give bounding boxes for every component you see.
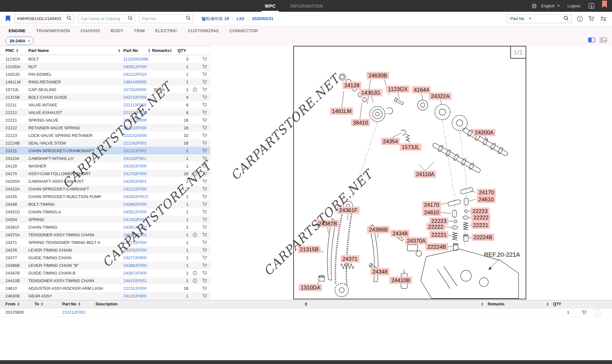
diagram-part-label[interactable]: 24128	[342, 82, 361, 89]
part-no-link[interactable]: 241222F010	[123, 72, 153, 77]
info-icon[interactable]	[190, 271, 199, 275]
language-selector[interactable]: English	[541, 4, 560, 8]
add-to-cart-button[interactable]	[199, 80, 210, 84]
nav-tab-transmission[interactable]: TRANSMISSION	[36, 25, 70, 36]
cart-icon[interactable]	[588, 16, 595, 22]
col-pnc[interactable]: PNC	[5, 48, 28, 53]
tab-wpc[interactable]: WPC	[265, 0, 276, 12]
part-no-link[interactable]: 222222F000	[123, 125, 153, 130]
diagram-part-label[interactable]: 24370A	[405, 237, 428, 245]
diagram-part-label[interactable]: 24630B	[367, 72, 389, 79]
table-row[interactable]: 24371SPRING-TENSIONER TIMING BELT A24371…	[0, 239, 210, 246]
sort-icon[interactable]	[18, 303, 19, 306]
info-icon[interactable]	[190, 278, 199, 283]
table-row[interactable]: 24110ACAMSHAFT-INTAKE,LH241102F6011	[0, 154, 210, 162]
table-row[interactable]: 1573JLCAP-SEALING157342000020mm1	[0, 86, 210, 93]
diagram-part-label[interactable]: 24170	[477, 189, 496, 196]
table-row[interactable]: 24387BGUIDE-TIMING CHAIN B243872F0001	[0, 269, 210, 277]
part-no-link[interactable]: 243762F000	[123, 248, 153, 253]
diagram-part-label[interactable]: 22222	[426, 223, 445, 231]
diagram-part-label[interactable]: 24348	[370, 268, 389, 275]
part-no-link[interactable]: 243912F000	[123, 64, 153, 69]
add-to-cart-button[interactable]	[199, 95, 210, 100]
nav-tab-connector[interactable]: CONNECTOR	[229, 25, 258, 36]
add-to-cart-button[interactable]	[199, 72, 210, 77]
history-row[interactable]: 20170830 231212F001 1	[0, 308, 612, 317]
table-row[interactable]: 22212VALVE-EXHAUST222122F1008	[0, 109, 210, 116]
add-to-cart-button[interactable]	[199, 202, 210, 207]
diagram-part-label[interactable]: 1573JL	[400, 144, 421, 151]
add-to-cart-button[interactable]	[199, 87, 210, 92]
diagram-part-label[interactable]: 24322A	[429, 93, 452, 100]
table-row[interactable]: 24376LEVER-TIMING CHAIN243762F0001	[0, 246, 210, 254]
table-row[interactable]: 24322ACHAIN SPROCKET-CAMSHAFT243222F0001	[0, 185, 210, 193]
table-row[interactable]: 24354SPRING241302F0101	[0, 216, 210, 223]
table-row[interactable]: 23121CHAIN SPROCKET-CRANKSHAFT231212F001…	[0, 147, 210, 154]
col-remarks[interactable]: Remarks	[152, 48, 178, 53]
diagram-part-label[interactable]: 22222	[471, 214, 490, 221]
diagram-part-label[interactable]: 24610	[422, 209, 441, 216]
diagram-part-label[interactable]: 38410	[351, 119, 370, 126]
part-no-link[interactable]: 1573420000	[123, 87, 153, 92]
quick-search-input[interactable]	[535, 16, 564, 21]
table-row[interactable]: 24335CHAIN SPROCKET-INJECTION PUMP243352…	[0, 193, 210, 200]
part-no-link[interactable]: 241302F010	[123, 217, 153, 222]
part-no-link[interactable]: 222312F000	[123, 286, 153, 291]
sort-icon[interactable]	[16, 49, 18, 52]
add-to-cart-button[interactable]	[199, 110, 210, 115]
row-checkbox[interactable]	[594, 309, 601, 315]
part-no-link[interactable]: 243612F000	[123, 225, 153, 230]
add-to-cart-button[interactable]	[199, 271, 210, 275]
add-to-cart-button[interactable]	[199, 125, 210, 130]
add-to-cart-button[interactable]	[199, 179, 210, 184]
add-to-cart-button[interactable]	[199, 210, 210, 214]
part-no-link[interactable]: 243882F000	[123, 202, 153, 207]
part-no-link[interactable]: 241502F000	[123, 164, 153, 168]
col-part-no[interactable]: Part No	[123, 48, 153, 53]
col-to[interactable]: To	[34, 302, 62, 306]
table-row[interactable]: 24361FCHAIN-TIMING243612F0001	[0, 223, 210, 231]
table-row[interactable]: 24610ADJUSTER ASSY-ROCKER ARM LASH222312…	[0, 284, 210, 292]
search-icon[interactable]	[128, 16, 133, 22]
col-description[interactable]: Description	[96, 302, 488, 306]
diagram-part-label[interactable]: 22221	[429, 231, 448, 239]
add-to-cart-button[interactable]	[199, 171, 210, 176]
table-row[interactable]: 1310DANUT243912F0001	[0, 63, 210, 70]
tab-information[interactable]: INFORMATION	[290, 0, 323, 12]
add-to-cart-button[interactable]	[199, 164, 210, 168]
diagram-part-label[interactable]: 24386B	[367, 226, 390, 233]
info-icon[interactable]	[190, 171, 199, 176]
add-to-cart-button[interactable]	[199, 57, 210, 61]
part-no-link[interactable]: 222122F100	[123, 110, 153, 115]
add-to-cart-button[interactable]	[199, 217, 210, 222]
table-row[interactable]: 1461LMRING-RETAINER14614400051	[0, 78, 210, 86]
table-row[interactable]: 24170ASSY-CAM FOLLOWER, SHORT241702F0001…	[0, 170, 210, 177]
table-row[interactable]: 24386BLEVER-TIMING CHAIN "B"243862F0001	[0, 261, 210, 269]
part-no-input[interactable]	[139, 16, 193, 21]
sort-icon[interactable]	[41, 303, 43, 306]
search-icon[interactable]	[67, 16, 71, 22]
table-row[interactable]: 22224BSEAL-VALVE STEM222242F00116	[0, 139, 210, 147]
part-no-link[interactable]: 243712F000	[123, 240, 153, 245]
part-no-link[interactable]: 243222F000	[123, 187, 153, 191]
search-icon[interactable]	[186, 16, 191, 22]
table-row[interactable]: 22222RETAINER-VALVE SPRING222222F00016	[0, 124, 210, 132]
nav-tab-trim[interactable]: TRIM	[134, 25, 145, 36]
part-no-link[interactable]: 243862F000	[123, 263, 153, 268]
sort-icon[interactable]	[170, 49, 172, 52]
add-to-cart-button[interactable]	[199, 187, 210, 191]
table-row[interactable]: 24200ACAMSHAFT ASSY-EXHAUST242002F6011	[0, 177, 210, 185]
part-no-link[interactable]: 222112F000	[123, 103, 153, 107]
split-view-icon[interactable]	[588, 37, 595, 43]
part-no-link[interactable]: 241702F000	[123, 171, 153, 176]
add-to-cart-button[interactable]	[199, 148, 210, 153]
diagram-part-label[interactable]: 41644	[412, 86, 431, 94]
table-row[interactable]: 24370ATENSIONER ASSY-TIMING CHAIN245102F…	[0, 231, 210, 239]
diagram-part-label[interactable]: 24170	[422, 201, 441, 209]
diagram-part-label[interactable]: 24200A	[473, 129, 496, 136]
saved-bookmark-icon[interactable]	[6, 16, 10, 22]
diagram-part-label[interactable]: 24348	[390, 230, 409, 237]
col-from[interactable]: From	[5, 302, 34, 306]
sort-icon[interactable]	[78, 303, 80, 306]
add-to-cart-button[interactable]	[199, 156, 210, 161]
